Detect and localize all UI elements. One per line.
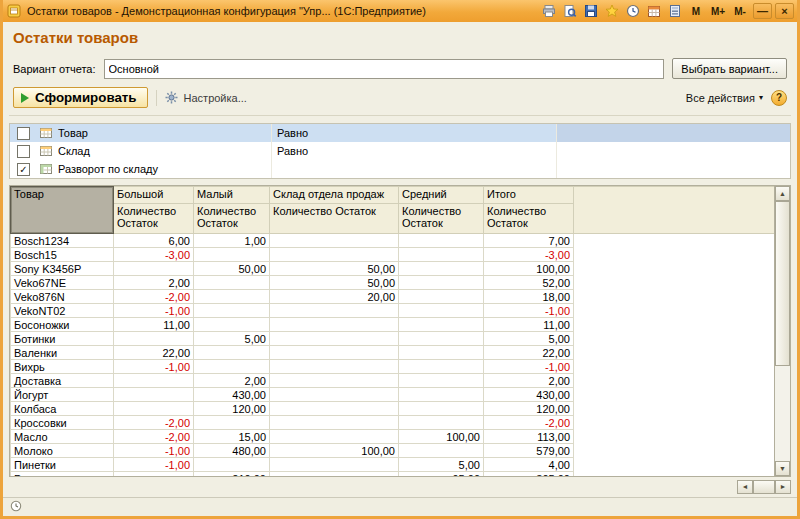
product-name-cell[interactable]: Bosch1234 <box>11 234 114 248</box>
product-name-cell[interactable]: Veko67NE <box>11 276 114 290</box>
quantity-cell[interactable] <box>270 374 399 388</box>
quantity-cell[interactable] <box>399 402 484 416</box>
quantity-cell[interactable]: 120,00 <box>484 402 574 416</box>
quantity-cell[interactable] <box>194 346 270 360</box>
quantity-cell[interactable] <box>399 374 484 388</box>
quantity-cell[interactable] <box>270 346 399 360</box>
quantity-cell[interactable]: -2,00 <box>114 290 194 304</box>
generate-button[interactable]: Сформировать <box>13 87 148 108</box>
memory-m-plus-button[interactable]: M+ <box>708 3 728 19</box>
scroll-down-button[interactable]: ▼ <box>775 461 790 476</box>
table-row[interactable]: Доставка2,002,00 <box>11 374 775 388</box>
quantity-cell[interactable]: -1,00 <box>484 304 574 318</box>
quantity-cell[interactable] <box>270 332 399 346</box>
table-row[interactable]: VekoNT02-1,00-1,00 <box>11 304 775 318</box>
col-group-bolshoy[interactable]: Большой <box>114 187 194 204</box>
table-row[interactable]: Колбаса120,00120,00 <box>11 402 775 416</box>
quantity-cell[interactable]: 100,00 <box>399 430 484 444</box>
quantity-cell[interactable]: 22,00 <box>484 346 574 360</box>
col-subheader[interactable]: Количество Остаток <box>114 204 194 234</box>
quantity-cell[interactable]: 5,00 <box>484 332 574 346</box>
quantity-cell[interactable] <box>114 388 194 402</box>
history-icon[interactable] <box>10 500 24 514</box>
quantity-cell[interactable] <box>399 304 484 318</box>
quantity-cell[interactable]: 7,00 <box>484 234 574 248</box>
quantity-cell[interactable]: 15,00 <box>194 430 270 444</box>
col-subheader[interactable]: Количество Остаток <box>484 204 574 234</box>
quantity-cell[interactable]: -1,00 <box>114 444 194 458</box>
quantity-cell[interactable]: 2,00 <box>194 374 270 388</box>
col-subheader[interactable]: Количество Остаток <box>270 204 399 234</box>
print-icon[interactable] <box>539 3 558 20</box>
quantity-cell[interactable] <box>194 276 270 290</box>
quantity-cell[interactable]: 113,00 <box>484 430 574 444</box>
choose-variant-button[interactable]: Выбрать вариант... <box>672 58 787 79</box>
quantity-cell[interactable] <box>114 374 194 388</box>
col-subheader[interactable]: Количество Остаток <box>399 204 484 234</box>
product-name-cell[interactable]: Veko876N <box>11 290 114 304</box>
quantity-cell[interactable]: 50,00 <box>270 276 399 290</box>
filter-row[interactable]: ✓Разворот по складу <box>10 160 790 178</box>
quantity-cell[interactable] <box>399 248 484 262</box>
quantity-cell[interactable] <box>399 346 484 360</box>
quantity-cell[interactable]: 4,00 <box>484 458 574 472</box>
quantity-cell[interactable] <box>114 472 194 477</box>
scroll-right-button[interactable]: ► <box>775 480 791 494</box>
calculator-icon[interactable] <box>665 3 684 20</box>
table-row[interactable]: Veko67NE2,0050,0052,00 <box>11 276 775 290</box>
product-name-cell[interactable]: Пинетки <box>11 458 114 472</box>
quantity-cell[interactable]: -2,00 <box>114 416 194 430</box>
table-row[interactable]: Sony K3456P50,0050,00100,00 <box>11 262 775 276</box>
memory-m-button[interactable]: M <box>686 3 706 19</box>
quantity-cell[interactable] <box>399 332 484 346</box>
quantity-cell[interactable]: -2,00 <box>484 416 574 430</box>
product-name-cell[interactable]: Колбаса <box>11 402 114 416</box>
quantity-cell[interactable]: 22,00 <box>114 346 194 360</box>
col-subheader[interactable]: Количество Остаток <box>194 204 270 234</box>
table-row[interactable]: Йогурт430,00430,00 <box>11 388 775 402</box>
col-header-product[interactable]: Товар <box>11 187 114 234</box>
all-actions-button[interactable]: Все действия ▾ <box>686 92 763 104</box>
quantity-cell[interactable]: 120,00 <box>194 402 270 416</box>
filter-row[interactable]: СкладРавно <box>10 142 790 160</box>
quantity-cell[interactable]: 6,00 <box>114 234 194 248</box>
quantity-cell[interactable]: 95,00 <box>399 472 484 477</box>
table-row[interactable]: Валенки22,0022,00 <box>11 346 775 360</box>
quantity-cell[interactable]: 1,00 <box>194 234 270 248</box>
quantity-cell[interactable]: -1,00 <box>114 360 194 374</box>
quantity-cell[interactable] <box>194 304 270 318</box>
quantity-cell[interactable] <box>270 248 399 262</box>
product-name-cell[interactable]: Вихрь <box>11 360 114 374</box>
quantity-cell[interactable] <box>114 402 194 416</box>
product-name-cell[interactable]: Валенки <box>11 346 114 360</box>
quantity-cell[interactable]: 5,00 <box>194 332 270 346</box>
product-name-cell[interactable]: Босоножки <box>11 318 114 332</box>
col-group-maly[interactable]: Малый <box>194 187 270 204</box>
product-name-cell[interactable]: VekoNT02 <box>11 304 114 318</box>
quantity-cell[interactable] <box>194 290 270 304</box>
quantity-cell[interactable] <box>270 402 399 416</box>
variant-input[interactable] <box>104 59 665 79</box>
quantity-cell[interactable]: 100,00 <box>484 262 574 276</box>
col-group-sklad-otdela[interactable]: Склад отдела продаж <box>270 187 399 204</box>
quantity-cell[interactable] <box>270 472 399 477</box>
quantity-cell[interactable] <box>114 262 194 276</box>
quantity-cell[interactable] <box>270 458 399 472</box>
col-group-itogo[interactable]: Итого <box>484 187 574 204</box>
table-row[interactable]: Bosch12346,001,007,00 <box>11 234 775 248</box>
quantity-cell[interactable] <box>399 234 484 248</box>
quantity-cell[interactable]: -1,00 <box>484 360 574 374</box>
close-button[interactable]: × <box>775 3 794 19</box>
quantity-cell[interactable] <box>114 332 194 346</box>
quantity-cell[interactable]: 480,00 <box>194 444 270 458</box>
save-icon[interactable] <box>581 3 600 20</box>
help-button[interactable]: ? <box>771 90 787 106</box>
quantity-cell[interactable] <box>399 276 484 290</box>
scrollbar-track[interactable] <box>775 201 790 461</box>
quantity-cell[interactable] <box>270 234 399 248</box>
preview-icon[interactable] <box>560 3 579 20</box>
table-row[interactable]: Вихрь-1,00-1,00 <box>11 360 775 374</box>
titlebar[interactable]: Остатки товаров - Демонстрационная конфи… <box>3 0 797 22</box>
quantity-cell[interactable]: 5,00 <box>399 458 484 472</box>
quantity-cell[interactable] <box>194 416 270 430</box>
